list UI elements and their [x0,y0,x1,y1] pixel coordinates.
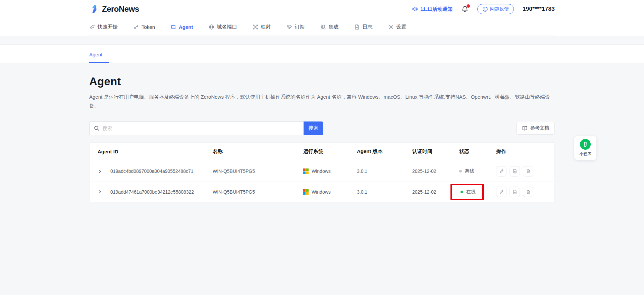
nav-item-quick-start[interactable]: 快速开始 [89,24,118,30]
delete-button[interactable] [523,187,533,197]
nav-item-settings[interactable]: 设置 [388,24,407,30]
nav-item-domain-port[interactable]: 域名端口 [209,24,237,30]
edit-button[interactable] [496,166,506,177]
nav-item-agent[interactable]: Agent [170,24,193,30]
agent-os: Windows [303,168,357,174]
globe-icon [209,24,214,30]
miniprogram-label: 小程序 [579,151,591,157]
edit-button[interactable] [496,187,506,197]
status-label: 在线 [466,189,476,195]
trash-icon [526,190,531,194]
table-header-row: Agent ID 名称 运行系统 Agent 版本 认证时间 状态 操作 [90,143,554,161]
zeronews-logo-icon [89,4,99,14]
agent-id: 019adc4bd0897000a004a90552488c71 [110,168,213,174]
agent-version: 3.0.1 [357,168,412,174]
nav-label: Token [142,24,155,30]
nav-label: 订阅 [295,24,305,30]
nav-label: 映射 [261,24,271,30]
nav-item-integration[interactable]: 集成 [320,24,339,30]
main-nav: 快速开始 Token Agent 域名端口 [89,18,555,36]
status-dot [459,170,462,173]
edit-icon [499,169,504,174]
col-status: 状态 [459,148,496,155]
windows-icon [303,168,309,174]
search-input[interactable] [103,126,300,131]
doc-icon [513,190,517,194]
notification-text: 11.11活动通知 [420,6,452,12]
os-label: Windows [312,168,331,174]
top-header: ZeroNews 11.11活动通知 [0,0,644,36]
agent-os: Windows [303,189,357,195]
row-actions [496,187,554,197]
agent-id: 019add47461a7000be34212e55808322 [110,189,213,195]
notification-dot [467,4,470,8]
nav-label: Agent [179,24,193,30]
os-label: Windows [312,189,331,195]
promo-notification-link[interactable]: 11.11活动通知 [412,6,452,12]
nav-item-logs[interactable]: 日志 [354,24,373,30]
blocks-icon [320,24,326,30]
doc-icon [513,169,517,174]
page-description: Agent 是运行在用户电脑、服务器及终端设备上的 ZeroNews 程序，默认… [89,93,555,110]
nav-label: 集成 [329,24,339,30]
delete-button[interactable] [523,166,533,177]
nav-label: 域名端口 [217,24,237,30]
miniprogram-icon [580,139,591,150]
trash-icon [526,169,531,174]
col-version: Agent 版本 [357,148,412,155]
subtab-bar: Agent [0,44,644,63]
search-button[interactable]: 搜索 [304,121,323,135]
tab-agent[interactable]: Agent [89,52,104,63]
col-agent-id: Agent ID [98,149,213,154]
status-label: 离线 [465,168,474,174]
details-button[interactable] [509,166,520,177]
logo-text: ZeroNews [102,4,139,14]
laptop-icon [170,24,176,30]
windows-icon [303,189,309,195]
agent-name: WIN-Q5BUI4T5PG5 [213,168,303,174]
nav-label: 日志 [363,24,373,30]
page-title: Agent [89,75,555,88]
speaker-icon [412,6,418,12]
reference-docs-button[interactable]: 参考文档 [516,122,555,135]
key-icon [133,24,139,30]
agent-table: Agent ID 名称 运行系统 Agent 版本 认证时间 状态 操作 019… [89,142,555,202]
status-dot [461,191,463,193]
file-icon [354,24,360,30]
table-row: 019add47461a7000be34212e55808322 WIN-Q5B… [90,182,554,202]
nav-label: 设置 [396,24,407,30]
mapping-icon [253,24,258,30]
account-phone[interactable]: 190****1783 [523,6,555,12]
nav-item-mapping[interactable]: 映射 [253,24,271,30]
search-icon [94,125,100,131]
agent-name: WIN-Q5BUI4T5PG5 [213,189,303,195]
search-group: 搜索 [89,121,323,135]
gem-icon [286,24,292,30]
miniprogram-widget[interactable]: 小程序 [574,136,596,160]
bell-button[interactable] [461,5,469,13]
nav-item-subscribe[interactable]: 订阅 [286,24,305,30]
col-name: 名称 [213,148,303,155]
page-content: Agent Agent 是运行在用户电脑、服务器及终端设备上的 ZeroNews… [89,75,555,202]
col-os: 运行系统 [303,148,357,155]
status-badge: 离线 [450,164,481,178]
details-button[interactable] [509,187,520,197]
edit-icon [499,190,504,194]
col-actions: 操作 [496,148,554,155]
feedback-label: 问题反馈 [490,6,509,12]
gear-icon [388,24,394,30]
row-actions [496,166,554,177]
agent-version: 3.0.1 [357,189,412,195]
expand-chevron-right-icon[interactable] [98,169,110,174]
feedback-button[interactable]: 问题反馈 [477,4,514,14]
header-gap [0,36,644,44]
zeronews-logo[interactable]: ZeroNews [89,4,139,14]
book-icon [522,126,528,131]
nav-item-token[interactable]: Token [133,24,155,30]
col-auth-time: 认证时间 [412,148,459,155]
rocket-icon [89,24,95,30]
expand-chevron-right-icon[interactable] [98,190,110,194]
table-row: 019adc4bd0897000a004a90552488c71 WIN-Q5B… [90,161,554,182]
docs-label: 参考文档 [530,125,549,131]
nav-label: 快速开始 [98,24,118,30]
